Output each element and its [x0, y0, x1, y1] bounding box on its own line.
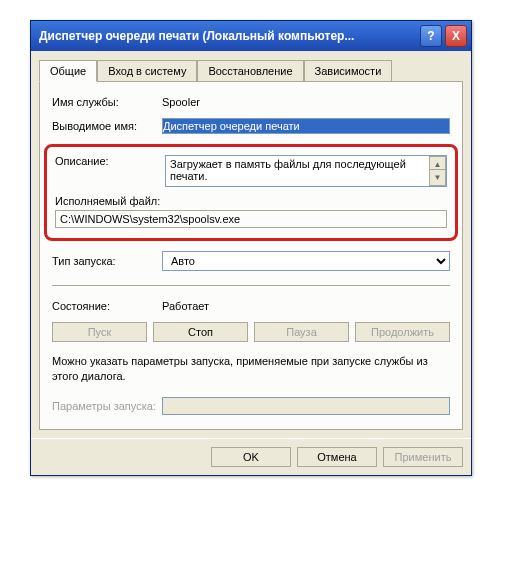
- apply-button: Применить: [383, 447, 463, 467]
- close-button[interactable]: X: [445, 25, 467, 47]
- label-startup-type: Тип запуска:: [52, 255, 162, 267]
- tab-logon[interactable]: Вход в систему: [97, 60, 197, 82]
- help-button[interactable]: ?: [420, 25, 442, 47]
- value-executable: C:\WINDOWS\system32\spoolsv.exe: [55, 210, 447, 228]
- ok-button[interactable]: OK: [211, 447, 291, 467]
- cancel-button[interactable]: Отмена: [297, 447, 377, 467]
- dialog-footer: OK Отмена Применить: [31, 438, 471, 475]
- stop-button[interactable]: Стоп: [153, 322, 248, 342]
- label-description: Описание:: [55, 155, 165, 167]
- resume-button: Продолжить: [355, 322, 450, 342]
- tab-general[interactable]: Общие: [39, 60, 97, 82]
- scroll-down-icon[interactable]: ▼: [429, 169, 446, 186]
- label-start-params: Параметры запуска:: [52, 400, 162, 412]
- pause-button: Пауза: [254, 322, 349, 342]
- label-display-name: Выводимое имя:: [52, 120, 162, 132]
- value-service-name: Spooler: [162, 96, 450, 108]
- label-service-name: Имя службы:: [52, 96, 162, 108]
- highlight-region: Описание: Загружает в память файлы для п…: [44, 144, 458, 241]
- close-icon: X: [452, 29, 460, 43]
- start-button: Пуск: [52, 322, 147, 342]
- value-status: Работает: [162, 300, 450, 312]
- label-status: Состояние:: [52, 300, 162, 312]
- help-icon: ?: [427, 29, 434, 43]
- tab-panel-general: Имя службы: Spooler Выводимое имя: Диспе…: [39, 81, 463, 430]
- hint-text: Можно указать параметры запуска, применя…: [52, 354, 450, 385]
- description-textarea[interactable]: Загружает в память файлы для последующей…: [165, 155, 447, 187]
- window-title: Диспетчер очереди печати (Локальный комп…: [39, 29, 417, 43]
- service-properties-dialog: Диспетчер очереди печати (Локальный комп…: [30, 20, 472, 476]
- start-params-input: [162, 397, 450, 415]
- tab-dependencies[interactable]: Зависимости: [304, 60, 393, 82]
- titlebar: Диспетчер очереди печати (Локальный комп…: [31, 21, 471, 51]
- label-executable: Исполняемый файл:: [55, 195, 447, 207]
- tab-strip: Общие Вход в систему Восстановление Зави…: [39, 59, 463, 82]
- tab-recovery[interactable]: Восстановление: [197, 60, 303, 82]
- value-description: Загружает в память файлы для последующей…: [170, 158, 406, 182]
- value-display-name[interactable]: Диспетчер очереди печати: [163, 119, 449, 133]
- startup-type-select[interactable]: Авто: [162, 251, 450, 271]
